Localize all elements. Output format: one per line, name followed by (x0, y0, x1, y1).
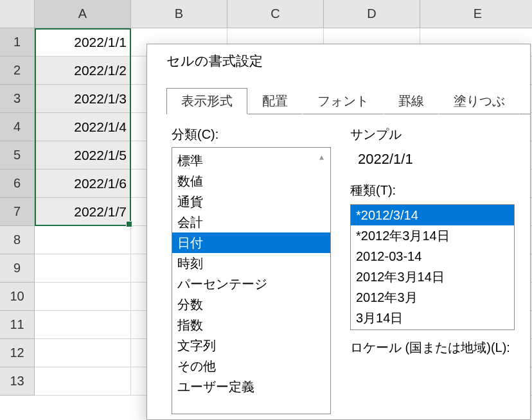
category-item[interactable]: ユーザー定義 (172, 376, 330, 397)
category-item[interactable]: 分数 (172, 294, 330, 315)
row-header[interactable]: 5 (0, 141, 35, 170)
category-item[interactable]: 文字列 (172, 335, 330, 356)
dialog-tab[interactable]: 罫線 (384, 88, 439, 114)
column-header[interactable]: C (227, 0, 324, 28)
sample-label: サンプル (350, 126, 515, 143)
cell[interactable] (35, 339, 131, 367)
dialog-tab[interactable]: 表示形式 (166, 88, 247, 114)
dialog-tab[interactable]: 配置 (247, 88, 303, 114)
dialog-body: 分類(C): 標準数値通貨会計日付時刻パーセンテージ分数指数文字列その他ユーザー… (147, 114, 530, 419)
column-header[interactable]: B (131, 0, 227, 28)
type-item[interactable]: 3月14日 (351, 308, 514, 328)
tabstrip-filler (520, 88, 530, 114)
cell[interactable] (35, 367, 131, 396)
category-item[interactable]: 標準 (172, 150, 330, 171)
category-item[interactable]: パーセンテージ (172, 274, 330, 294)
type-item[interactable]: *2012年3月14日 (351, 225, 514, 246)
dialog-tab[interactable]: フォント (303, 88, 384, 114)
cell[interactable]: 2022/1/2 (35, 57, 131, 85)
category-label: 分類(C): (172, 126, 331, 143)
category-item[interactable]: その他 (172, 356, 330, 376)
type-item[interactable]: 2012年3月 (351, 287, 514, 308)
select-all-corner[interactable] (0, 0, 35, 28)
cell[interactable]: 2022/1/7 (35, 198, 131, 226)
category-item[interactable]: 通貨 (172, 191, 330, 212)
type-item[interactable]: 2012年3月14日 (351, 267, 514, 287)
column-header[interactable]: A (35, 0, 131, 28)
category-item[interactable]: 日付 (172, 232, 330, 253)
category-item[interactable]: 数値 (172, 171, 330, 191)
cell[interactable] (35, 311, 131, 339)
dialog-title: セルの書式設定 (147, 44, 530, 73)
cell[interactable]: 2022/1/6 (35, 170, 131, 198)
cell[interactable]: 2022/1/3 (35, 85, 131, 113)
column-header[interactable]: D (324, 0, 420, 28)
type-item[interactable]: *2012/3/14 (351, 205, 514, 225)
type-item[interactable]: 2012-03-14 (351, 246, 514, 267)
row-header[interactable]: 9 (0, 254, 35, 283)
type-label: 種類(T): (350, 182, 515, 199)
category-item[interactable]: 時刻 (172, 253, 330, 274)
locale-label: ロケール (国または地域)(L): (350, 339, 515, 356)
cell[interactable]: 2022/1/4 (35, 113, 131, 141)
cell[interactable] (35, 254, 131, 283)
category-panel: 分類(C): 標準数値通貨会計日付時刻パーセンテージ分数指数文字列その他ユーザー… (172, 126, 331, 414)
row-header[interactable]: 2 (0, 57, 35, 85)
type-item[interactable]: 2012/3/14 (351, 328, 514, 330)
row-headers: 12345678910111213 (0, 28, 35, 396)
column-headers: ABCDE (35, 0, 532, 28)
row-header[interactable]: 10 (0, 283, 35, 311)
cell[interactable] (35, 226, 131, 254)
dialog-tabbar: 表示形式配置フォント罫線塗りつぶ (147, 73, 530, 114)
column-header[interactable]: E (420, 0, 532, 28)
scroll-up-icon[interactable]: ▴ (314, 149, 329, 164)
row-header[interactable]: 1 (0, 28, 35, 57)
format-cells-dialog: セルの書式設定 表示形式配置フォント罫線塗りつぶ 分類(C): 標準数値通貨会計… (146, 44, 531, 420)
row-header[interactable]: 3 (0, 85, 35, 113)
dialog-tab[interactable]: 塗りつぶ (439, 88, 520, 114)
row-header[interactable]: 7 (0, 198, 35, 226)
row-header[interactable]: 13 (0, 367, 35, 396)
category-item[interactable]: 会計 (172, 212, 330, 232)
cell[interactable] (35, 283, 131, 311)
row-header[interactable]: 8 (0, 226, 35, 254)
detail-panel: サンプル 2022/1/1 種類(T): *2012/3/14*2012年3月1… (350, 126, 515, 414)
category-item[interactable]: 指数 (172, 315, 330, 335)
row-header[interactable]: 11 (0, 311, 35, 339)
row-header[interactable]: 6 (0, 170, 35, 198)
row-header[interactable]: 12 (0, 339, 35, 367)
row-header[interactable]: 4 (0, 113, 35, 141)
type-listbox[interactable]: *2012/3/14*2012年3月14日2012-03-142012年3月14… (350, 204, 515, 330)
cell[interactable]: 2022/1/1 (35, 28, 131, 57)
sample-value: 2022/1/1 (350, 148, 515, 177)
category-listbox[interactable]: 標準数値通貨会計日付時刻パーセンテージ分数指数文字列その他ユーザー定義 ▴ (172, 147, 331, 414)
cell[interactable]: 2022/1/5 (35, 141, 131, 170)
